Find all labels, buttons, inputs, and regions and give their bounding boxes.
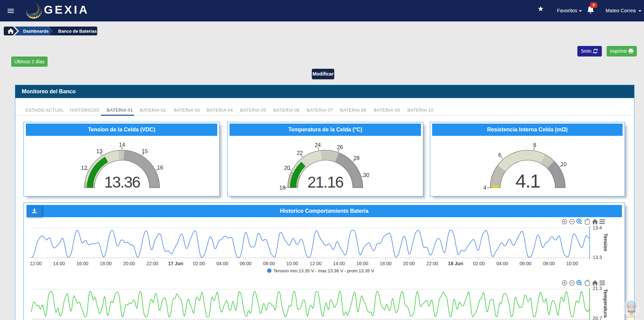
svg-text:18: 18 [279,185,286,191]
svg-text:4: 4 [484,185,487,191]
svg-text:8: 8 [533,142,536,148]
svg-text:22: 22 [297,150,303,156]
svg-text:4.1: 4.1 [515,170,540,192]
svg-text:14: 14 [119,142,125,148]
svg-text:Banco de Baterias: Banco de Baterias [58,29,97,34]
svg-text:10: 10 [561,161,567,167]
svg-text:15: 15 [142,148,148,154]
svg-text:21.16: 21.16 [307,173,343,191]
svg-text:13.36: 13.36 [104,173,140,191]
svg-text:12: 12 [81,165,87,171]
svg-text:28: 28 [354,155,360,161]
svg-text:6: 6 [498,152,502,158]
svg-text:20: 20 [284,165,290,171]
svg-text:16: 16 [157,165,163,171]
svg-text:13: 13 [96,148,102,154]
svg-text:26: 26 [337,144,343,150]
svg-text:30: 30 [363,172,369,178]
svg-text:Dashboards: Dashboards [23,29,49,34]
svg-text:24: 24 [315,142,321,148]
